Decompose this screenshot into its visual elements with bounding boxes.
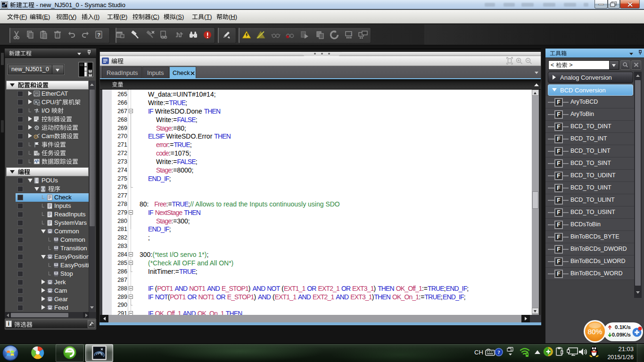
svg-text:80%: 80% xyxy=(587,328,602,336)
svg-text:ECAT: ECAT xyxy=(34,94,40,97)
svg-text:1: 1 xyxy=(350,32,353,36)
svg-text:?: ? xyxy=(497,349,500,355)
svg-text:?: ? xyxy=(97,32,100,38)
